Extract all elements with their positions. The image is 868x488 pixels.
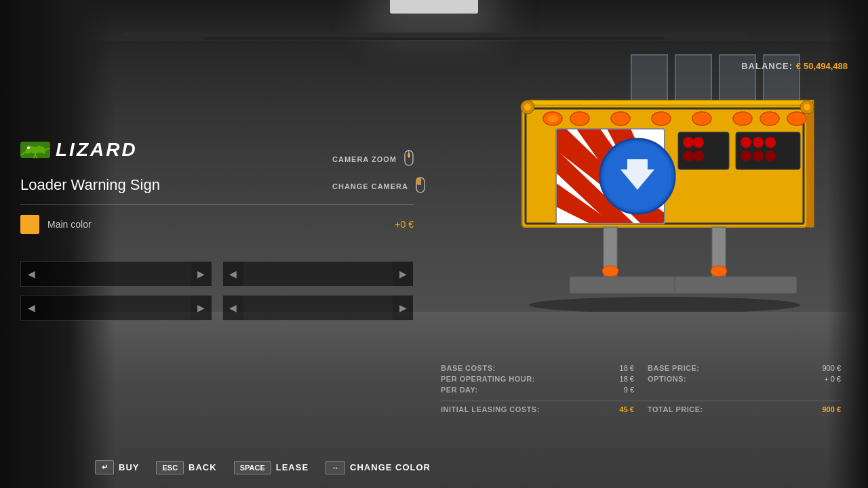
stats-right-col: BASE PRICE: 900 € OPTIONS: + 0 € — [648, 363, 841, 395]
right-wall-shadow — [827, 0, 868, 488]
selector-next-3[interactable]: ▶ — [191, 296, 212, 320]
lease-key: SPACE — [234, 461, 271, 474]
config-row-1: ◀ ▶ ◀ ▶ — [20, 261, 414, 287]
svg-point-6 — [570, 112, 589, 125]
product-display — [502, 95, 827, 312]
svg-point-48 — [804, 104, 810, 110]
svg-point-30 — [693, 137, 704, 148]
selector-value-1 — [41, 262, 191, 286]
change-color-button[interactable]: ↔ CHANGE COLOR — [326, 461, 431, 474]
config-selector-3[interactable]: ◀ ▶ — [20, 295, 212, 321]
svg-point-7 — [611, 112, 630, 125]
change-color-key: ↔ — [326, 461, 345, 474]
lizard-logo-icon — [20, 139, 50, 161]
selector-value-3 — [41, 296, 191, 320]
options-row: OPTIONS: + 0 € — [648, 373, 841, 384]
brand-logo-area: LIZARD — [20, 139, 414, 161]
total-row: INITIAL LEASING COSTS: 45 € TOTAL PRICE:… — [441, 405, 841, 413]
svg-point-43 — [602, 266, 618, 277]
config-row-2: ◀ ▶ ◀ ▶ — [20, 295, 414, 321]
svg-marker-2 — [807, 100, 814, 227]
svg-point-49 — [529, 297, 800, 312]
base-price-row: BASE PRICE: 900 € — [648, 363, 841, 373]
leasing-value: 45 € — [620, 405, 634, 413]
svg-point-31 — [683, 150, 694, 161]
base-costs-label: BASE COSTS: — [441, 364, 496, 372]
brand-name: LIZARD — [56, 139, 138, 161]
per-hour-row: PER OPERATING HOUR: 18 € — [441, 373, 634, 384]
back-key: ESC — [156, 461, 184, 474]
lease-label: LEASE — [276, 462, 309, 472]
svg-marker-1 — [522, 100, 814, 105]
svg-point-8 — [652, 112, 671, 125]
left-panel: LIZARD Loader Warning Sign Main color +0… — [0, 0, 434, 488]
warning-sign-svg — [502, 95, 827, 312]
svg-point-46 — [524, 104, 531, 110]
config-selector-4[interactable]: ◀ ▶ — [222, 295, 414, 321]
config-section: ◀ ▶ ◀ ▶ ◀ ▶ ◀ ▶ — [20, 261, 414, 329]
svg-point-29 — [683, 137, 694, 148]
per-day-label: PER DAY: — [441, 386, 478, 394]
leasing-label: INITIAL LEASING COSTS: — [441, 405, 540, 413]
svg-point-32 — [693, 150, 704, 161]
svg-point-12 — [787, 112, 806, 125]
svg-point-11 — [760, 112, 779, 125]
selector-next-4[interactable]: ▶ — [393, 296, 413, 320]
buy-label: BUY — [119, 462, 139, 472]
lease-button[interactable]: SPACE LEASE — [234, 461, 309, 474]
selector-prev-4[interactable]: ◀ — [223, 296, 243, 320]
per-hour-value: 18 € — [620, 375, 634, 383]
back-button[interactable]: ESC BACK — [156, 461, 216, 474]
back-label: BACK — [189, 462, 217, 472]
base-price-value: 900 € — [822, 364, 841, 372]
action-bar: ↵ BUY ESC BACK SPACE LEASE ↔ CHANGE COLO… — [95, 460, 431, 474]
selector-next-2[interactable]: ▶ — [393, 262, 413, 286]
separator-line-1 — [20, 204, 414, 205]
leasing-costs-row: INITIAL LEASING COSTS: 45 € — [441, 405, 634, 413]
stats-left-col: BASE COSTS: 18 € PER OPERATING HOUR: 18 … — [441, 363, 634, 395]
change-color-label: CHANGE COLOR — [350, 462, 431, 472]
total-price-label: TOTAL PRICE: — [648, 405, 703, 413]
svg-rect-41 — [570, 277, 692, 293]
svg-point-10 — [733, 112, 752, 125]
svg-point-33 — [741, 137, 751, 148]
svg-rect-42 — [675, 277, 797, 293]
logo-container: LIZARD — [20, 139, 414, 161]
product-title: Loader Warning Sign — [20, 176, 414, 194]
base-price-label: BASE PRICE: — [648, 364, 699, 372]
base-costs-row: BASE COSTS: 18 € — [441, 363, 634, 373]
total-price-value: 900 € — [822, 405, 841, 413]
svg-point-36 — [741, 150, 751, 161]
svg-point-5 — [547, 115, 558, 123]
svg-point-9 — [692, 112, 711, 125]
color-swatch[interactable] — [20, 215, 39, 234]
selector-prev-3[interactable]: ◀ — [21, 296, 41, 320]
per-day-value: 9 € — [624, 386, 634, 394]
options-label: OPTIONS: — [648, 375, 686, 383]
selector-value-2 — [243, 262, 393, 286]
stats-grid: BASE COSTS: 18 € PER OPERATING HOUR: 18 … — [441, 363, 841, 395]
svg-point-34 — [753, 137, 764, 148]
svg-point-44 — [711, 266, 727, 277]
color-label: Main color — [47, 219, 92, 230]
base-costs-value: 18 € — [620, 364, 634, 372]
total-price-row: TOTAL PRICE: 900 € — [648, 405, 841, 413]
color-price: +0 € — [395, 219, 414, 230]
svg-point-38 — [765, 150, 776, 161]
stats-divider — [441, 401, 841, 401]
config-selector-1[interactable]: ◀ ▶ — [20, 261, 212, 287]
selector-value-4 — [243, 296, 393, 320]
color-option-row[interactable]: Main color +0 € — [20, 215, 414, 234]
selector-prev-2[interactable]: ◀ — [223, 262, 243, 286]
svg-point-35 — [765, 137, 776, 148]
options-value: + 0 € — [824, 375, 841, 383]
per-day-row: PER DAY: 9 € — [441, 384, 634, 395]
svg-point-57 — [27, 146, 30, 149]
selector-prev-1[interactable]: ◀ — [21, 262, 41, 286]
buy-key: ↵ — [95, 460, 114, 474]
per-hour-label: PER OPERATING HOUR: — [441, 375, 535, 383]
config-selector-2[interactable]: ◀ ▶ — [222, 261, 414, 287]
buy-button[interactable]: ↵ BUY — [95, 460, 139, 474]
svg-point-37 — [753, 150, 764, 161]
selector-next-1[interactable]: ▶ — [191, 262, 212, 286]
